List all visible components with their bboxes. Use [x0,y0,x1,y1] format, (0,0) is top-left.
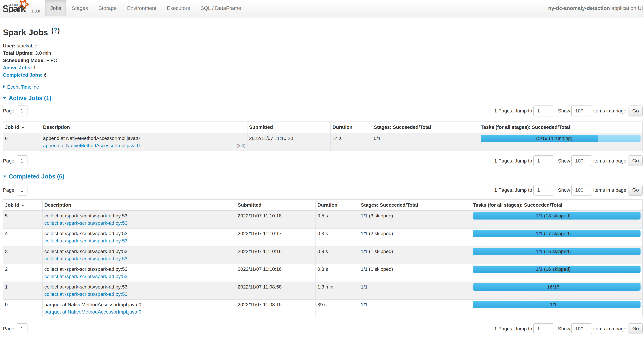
svg-text:Spark: Spark [2,3,26,12]
svg-text:™: ™ [26,10,28,12]
